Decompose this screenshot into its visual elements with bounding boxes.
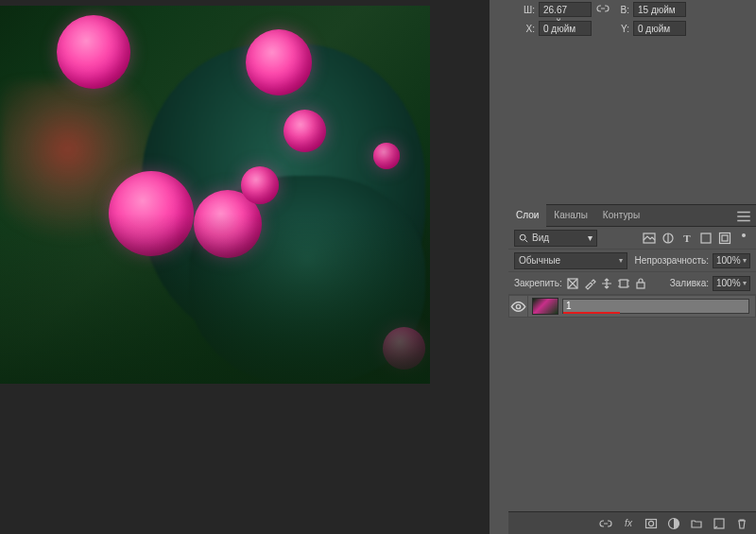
layer-kind-label: Вид <box>532 233 549 243</box>
properties-panel: Ш: 26.67 дюйм В: 15 дюйм X: 0 дюйм Y: 0 … <box>508 0 756 204</box>
new-layer-icon[interactable] <box>713 517 726 530</box>
lock-artboard-icon[interactable] <box>617 277 630 290</box>
chevron-down-icon: ▾ <box>588 233 593 243</box>
blend-mode-dropdown[interactable]: Обычные ▾ <box>514 252 627 269</box>
chevron-down-icon: ▾ <box>743 279 747 287</box>
chevron-down-icon: ▾ <box>619 256 623 265</box>
link-wh-icon[interactable] <box>595 2 610 17</box>
panel-tabs: Слои Каналы Контуры <box>508 204 756 227</box>
canvas-workspace[interactable] <box>0 0 490 534</box>
panel-menu-icon[interactable] <box>735 205 752 228</box>
layer-kind-dropdown[interactable]: Вид ▾ <box>514 230 597 247</box>
tab-layers[interactable]: Слои <box>508 204 546 227</box>
adjustment-layer-icon[interactable] <box>667 517 680 530</box>
svg-point-0 <box>520 234 525 240</box>
opacity-input[interactable]: 100%▾ <box>713 253 750 268</box>
shape-filter-icon[interactable] <box>699 232 713 245</box>
lock-label: Закрепить: <box>514 278 562 288</box>
search-icon <box>519 233 528 243</box>
image-filter-icon[interactable] <box>643 232 656 245</box>
visibility-icon[interactable] <box>509 295 528 318</box>
panel-gutter <box>490 0 508 534</box>
fill-label: Заливка: <box>670 278 709 288</box>
svg-rect-4 <box>720 233 730 243</box>
x-label: X: <box>520 24 535 34</box>
mask-icon[interactable] <box>644 517 658 530</box>
svg-rect-5 <box>722 235 728 241</box>
svg-point-6 <box>742 233 746 237</box>
filter-toggle-icon[interactable] <box>737 232 750 245</box>
height-input[interactable]: 15 дюйм <box>633 2 686 17</box>
lock-all-icon[interactable] <box>634 277 647 290</box>
layer-name-input[interactable]: 1 <box>562 299 749 314</box>
y-label: Y: <box>614 24 629 34</box>
tab-paths[interactable]: Контуры <box>595 204 647 227</box>
x-input[interactable]: 0 дюйм <box>539 21 592 36</box>
width-label: Ш: <box>520 5 535 15</box>
layers-panel: Вид ▾ T Обычные ▾ Непрозрачность: 100%▾ … <box>508 227 756 534</box>
svg-rect-8 <box>620 280 627 287</box>
layer-row[interactable]: 1 <box>508 295 756 318</box>
fx-icon[interactable]: fx <box>622 517 635 530</box>
width-input[interactable]: 26.67 дюйм <box>539 2 592 17</box>
lock-position-icon[interactable] <box>600 277 613 290</box>
layers-bottom-toolbar: fx <box>508 511 756 534</box>
layer-thumbnail[interactable] <box>532 298 558 315</box>
tab-channels[interactable]: Каналы <box>546 204 595 227</box>
svg-rect-9 <box>637 283 644 288</box>
svg-rect-3 <box>701 233 711 243</box>
height-label: В: <box>614 5 629 15</box>
adjustment-filter-icon[interactable] <box>662 232 675 245</box>
lock-pixels-icon[interactable] <box>566 277 579 290</box>
xy-spacer <box>595 21 610 36</box>
y-input[interactable]: 0 дюйм <box>633 21 686 36</box>
link-layers-icon[interactable] <box>599 517 612 530</box>
blend-mode-value: Обычные <box>519 255 560 266</box>
trash-icon[interactable] <box>735 517 748 530</box>
document-image[interactable] <box>0 6 430 384</box>
fill-input[interactable]: 100%▾ <box>713 276 750 291</box>
smartobject-filter-icon[interactable] <box>718 232 731 245</box>
opacity-label: Непрозрачность: <box>634 255 709 266</box>
text-filter-icon[interactable]: T <box>680 232 694 245</box>
group-icon[interactable] <box>690 517 703 530</box>
chevron-down-icon: ▾ <box>743 256 747 265</box>
rename-underline <box>563 312 620 314</box>
lock-brush-icon[interactable] <box>583 277 596 290</box>
svg-point-12 <box>648 521 653 525</box>
svg-point-10 <box>516 304 520 308</box>
